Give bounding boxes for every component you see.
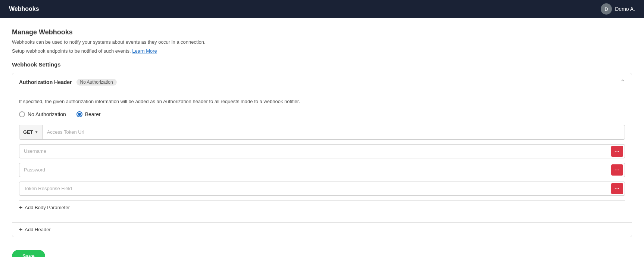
selected-method: GET [23, 129, 33, 135]
auth-header-label: Authorization Header [19, 79, 72, 85]
save-button[interactable]: Save [12, 250, 45, 257]
user-menu[interactable]: D Demo A. [601, 3, 635, 15]
method-select[interactable]: GET ▼ [19, 125, 43, 139]
main-content: Manage Webhooks Webhooks can be used to … [0, 18, 644, 257]
webhook-settings-card: Authorization Header No Authorization ⌃ … [12, 73, 632, 237]
radio-no-authorization[interactable]: No Authorization [19, 111, 66, 117]
avatar: D [601, 3, 612, 15]
radio-bearer[interactable]: Bearer [76, 111, 101, 117]
add-body-param-plus-icon: + [19, 204, 22, 211]
dots-icon: ··· [615, 148, 620, 154]
top-navigation: Webhooks D Demo A. [0, 0, 644, 18]
username-input[interactable] [19, 145, 610, 158]
radio-label-bearer: Bearer [85, 111, 101, 117]
user-name: Demo A. [615, 6, 635, 12]
method-caret-icon: ▼ [35, 130, 38, 134]
page-description-1: Webhooks can be used to notify your syst… [12, 38, 632, 46]
radio-outer-bearer [76, 111, 82, 117]
card-header-left: Authorization Header No Authorization [19, 79, 117, 86]
no-auth-badge: No Authorization [76, 79, 117, 86]
add-header-row[interactable]: + Add Header [12, 222, 632, 237]
app-title: Webhooks [9, 6, 39, 12]
add-header-label: Add Header [25, 227, 50, 232]
chevron-up-icon[interactable]: ⌃ [620, 78, 625, 86]
access-token-url-input[interactable] [43, 125, 625, 139]
auth-radio-group: No Authorization Bearer [19, 111, 625, 117]
card-header: Authorization Header No Authorization ⌃ [12, 73, 632, 91]
add-body-param-row[interactable]: + Add Body Parameter [19, 200, 625, 215]
access-token-url-row: GET ▼ [19, 125, 625, 140]
password-options-button[interactable]: ··· [611, 164, 623, 176]
page-title: Manage Webhooks [12, 28, 632, 36]
token-response-field-row: ··· [19, 182, 625, 196]
card-body: If specified, the given authorization in… [12, 91, 632, 222]
radio-outer-no-auth [19, 111, 25, 117]
radio-inner-bearer [78, 113, 81, 116]
dots-icon-2: ··· [615, 167, 620, 173]
learn-more-link[interactable]: Learn More [132, 48, 157, 54]
username-options-button[interactable]: ··· [611, 146, 623, 157]
token-response-options-button[interactable]: ··· [611, 183, 623, 194]
add-body-param-label: Add Body Parameter [25, 205, 70, 210]
section-title: Webhook Settings [12, 61, 632, 68]
page-description-2: Setup webhook endpoints to be notified o… [12, 47, 632, 55]
dots-icon-3: ··· [615, 186, 620, 191]
password-input[interactable] [19, 163, 610, 177]
add-header-plus-icon: + [19, 226, 22, 233]
password-field-row: ··· [19, 163, 625, 177]
radio-label-no-auth: No Authorization [28, 111, 66, 117]
token-response-input[interactable] [19, 182, 610, 195]
auth-description: If specified, the given authorization in… [19, 98, 625, 105]
username-field-row: ··· [19, 144, 625, 158]
